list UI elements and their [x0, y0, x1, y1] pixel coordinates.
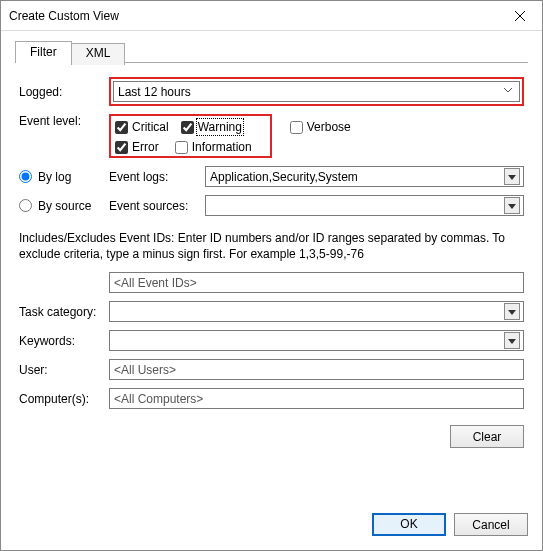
row-task-category: Task category:	[19, 301, 524, 322]
checkbox-critical-label: Critical	[132, 120, 169, 134]
chevron-down-icon	[500, 84, 516, 99]
radio-by-log-label: By log	[38, 170, 71, 184]
row-clear: Clear	[19, 425, 524, 448]
tab-filter-content: Logged: Last 12 hours Event level:	[15, 63, 528, 493]
ok-button[interactable]: OK	[372, 513, 446, 536]
titlebar: Create Custom View	[1, 1, 542, 31]
clear-button[interactable]: Clear	[450, 425, 524, 448]
dialog-body: Filter XML Logged: Last 12 hours	[1, 31, 542, 503]
event-sources-dropdown[interactable]	[205, 195, 524, 216]
label-logged: Logged:	[19, 85, 109, 99]
svg-marker-3	[508, 204, 516, 209]
window-title: Create Custom View	[9, 9, 119, 23]
dialog-footer: OK Cancel	[1, 503, 542, 550]
radio-by-source[interactable]: By source	[19, 199, 109, 213]
row-event-level: Event level: Critical Warning	[19, 114, 524, 158]
event-ids-input[interactable]	[109, 272, 524, 293]
checkbox-information-label: Information	[192, 140, 252, 154]
svg-marker-4	[508, 310, 516, 315]
dropdown-button-icon[interactable]	[504, 332, 520, 349]
checkbox-verbose[interactable]: Verbose	[290, 120, 351, 134]
label-user: User:	[19, 363, 109, 377]
radio-by-source-label: By source	[38, 199, 91, 213]
checkbox-information[interactable]: Information	[175, 140, 252, 154]
highlight-event-level: Critical Warning Error	[109, 114, 272, 158]
row-logged: Logged: Last 12 hours	[19, 77, 524, 106]
dropdown-button-icon[interactable]	[504, 168, 520, 185]
logged-dropdown[interactable]: Last 12 hours	[113, 81, 520, 102]
checkbox-warning[interactable]: Warning	[181, 120, 242, 134]
tab-xml[interactable]: XML	[71, 43, 126, 65]
row-keywords: Keywords:	[19, 330, 524, 351]
cancel-button[interactable]: Cancel	[454, 513, 528, 536]
radio-by-log[interactable]: By log	[19, 170, 109, 184]
logged-value: Last 12 hours	[118, 85, 191, 99]
row-computers: Computer(s):	[19, 388, 524, 409]
dialog-create-custom-view: Create Custom View Filter XML Logged: La…	[0, 0, 543, 551]
label-event-sources: Event sources:	[109, 199, 205, 213]
label-keywords: Keywords:	[19, 334, 109, 348]
close-icon[interactable]	[497, 1, 542, 30]
tab-strip: Filter XML	[15, 41, 528, 63]
dropdown-button-icon[interactable]	[504, 303, 520, 320]
row-by-log: By log Event logs: Application,Security,…	[19, 166, 524, 187]
label-task-category: Task category:	[19, 305, 109, 319]
checkbox-verbose-label: Verbose	[307, 120, 351, 134]
row-by-source: By source Event sources:	[19, 195, 524, 216]
checkbox-error[interactable]: Error	[115, 140, 159, 154]
help-text: Includes/Excludes Event IDs: Enter ID nu…	[19, 230, 524, 262]
svg-marker-2	[508, 175, 516, 180]
checkbox-critical[interactable]: Critical	[115, 120, 169, 134]
task-category-dropdown[interactable]	[109, 301, 524, 322]
checkbox-warning-label: Warning	[198, 120, 242, 134]
label-event-level: Event level:	[19, 114, 109, 128]
keywords-dropdown[interactable]	[109, 330, 524, 351]
row-user: User:	[19, 359, 524, 380]
tab-filter[interactable]: Filter	[15, 41, 72, 63]
svg-marker-5	[508, 339, 516, 344]
label-event-logs: Event logs:	[109, 170, 205, 184]
window-controls	[497, 1, 542, 30]
label-computers: Computer(s):	[19, 392, 109, 406]
event-logs-value: Application,Security,System	[210, 170, 358, 184]
user-input[interactable]	[109, 359, 524, 380]
dropdown-button-icon[interactable]	[504, 197, 520, 214]
computers-input[interactable]	[109, 388, 524, 409]
row-event-ids	[19, 272, 524, 293]
highlight-logged: Last 12 hours	[109, 77, 524, 106]
event-logs-dropdown[interactable]: Application,Security,System	[205, 166, 524, 187]
checkbox-error-label: Error	[132, 140, 159, 154]
